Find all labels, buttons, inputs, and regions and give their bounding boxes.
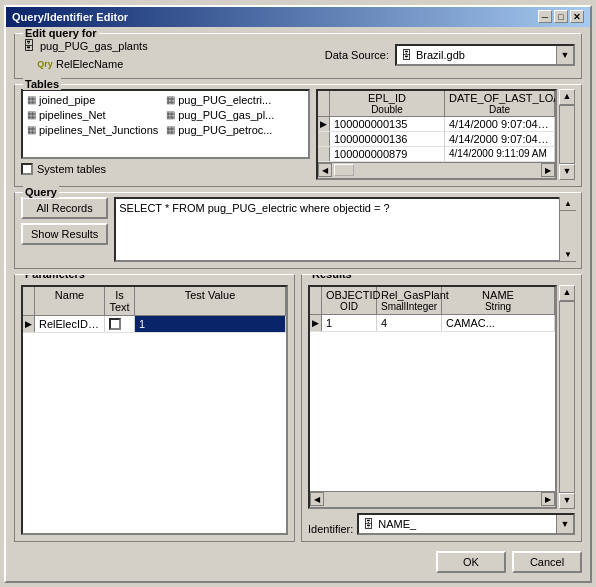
query-group: Query All Records Show Results SELECT * … <box>14 192 582 269</box>
results-hscroll-left[interactable]: ◀ <box>310 492 324 506</box>
table-cell: 4/14/2000 9:07:04 AM <box>445 132 555 146</box>
bottom-panels: Parameters Name IsText Test Value ▶ RelE… <box>14 274 582 542</box>
vscroll-up-btn[interactable]: ▲ <box>559 89 575 105</box>
table-cell: 100000000136 <box>330 132 445 146</box>
list-item[interactable]: ▦ pug_PUG_petroc... <box>164 123 276 137</box>
list-item[interactable]: ▦ pug_PUG_electri... <box>164 93 276 107</box>
results-grid-header: OBJECTID OID Rel_GasPlant SmallInteger N… <box>310 287 555 315</box>
child-tree-item: Qry RelElecName <box>37 56 148 72</box>
query-icon: Qry <box>37 56 53 72</box>
parameters-grid: Name IsText Test Value ▶ RelElecID ▼ 1 <box>21 285 288 535</box>
table-cell: 100000000879 <box>330 147 445 161</box>
col-date-header: DATE_OF_LAST_LOAD Date <box>445 91 555 116</box>
edit-query-row: 🗄 pug_PUG_gas_plants Qry RelElecName Dat… <box>21 38 575 72</box>
parameters-label: Parameters <box>23 274 87 280</box>
query-vscrollbar: ▲ ▼ <box>559 197 575 262</box>
vscroll-down-btn[interactable]: ▼ <box>559 164 575 180</box>
row-indicator: ▶ <box>318 117 330 131</box>
table-cell: 100000000135 <box>330 117 445 131</box>
identifier-row: Identifier: 🗄 NAME_ ▼ <box>308 513 575 535</box>
results-col2-header: Rel_GasPlant SmallInteger <box>377 287 442 314</box>
vscroll-track <box>559 105 575 164</box>
tables-grid-bottom-scroll: ◀ ▶ <box>318 162 555 178</box>
results-col1-header: OBJECTID OID <box>322 287 377 314</box>
table-row[interactable]: ▶ 100000000135 4/14/2000 9:07:04 AM <box>318 117 555 132</box>
edit-query-label: Edit query for <box>23 27 99 39</box>
title-bar-buttons: ─ □ ✕ <box>538 10 584 23</box>
minimize-button[interactable]: ─ <box>538 10 552 23</box>
row-indicator: ▶ <box>23 316 35 332</box>
table-row[interactable]: ▶ 1 4 CAMAC... <box>310 315 555 332</box>
table-row[interactable]: 100000000136 4/14/2000 9:07:04 AM <box>318 132 555 147</box>
tables-list[interactable]: ▦ joined_pipe ▦ pipelines_Net ▦ pipeline… <box>21 89 310 159</box>
close-button[interactable]: ✕ <box>570 10 584 23</box>
parent-tree-item: 🗄 pug_PUG_gas_plants <box>21 38 148 54</box>
results-vscroll-up[interactable]: ▲ <box>559 285 575 301</box>
tables-data-grid-area: EPL_ID Double DATE_OF_LAST_LOAD Date ▶ 1… <box>316 89 575 180</box>
table-icon: ▦ <box>166 94 175 105</box>
tables-section: ▦ joined_pipe ▦ pipelines_Net ▦ pipeline… <box>21 89 575 180</box>
h-scrollbar[interactable] <box>332 163 541 177</box>
child-item-label: RelElecName <box>56 58 123 70</box>
qs-down-btn[interactable]: ▼ <box>560 248 576 262</box>
header-spacer <box>310 287 322 314</box>
header-spacer <box>318 91 330 116</box>
title-bar: Query/Identifier Editor ─ □ ✕ <box>6 7 590 27</box>
datasource-label: Data Source: <box>325 49 389 61</box>
list-item[interactable]: ▦ joined_pipe <box>25 93 160 107</box>
identifier-combo[interactable]: 🗄 NAME_ ▼ <box>357 513 575 535</box>
list-item[interactable]: ▦ pipelines_Net <box>25 108 160 122</box>
row-indicator <box>318 132 330 146</box>
cancel-button[interactable]: Cancel <box>512 551 582 573</box>
results-vscroll-track <box>559 301 575 493</box>
query-label: Query <box>23 186 59 198</box>
system-tables-checkbox[interactable] <box>21 163 33 175</box>
list-item[interactable]: ▦ pug_PUG_gas_pl... <box>164 108 276 122</box>
tables-grid-header: EPL_ID Double DATE_OF_LAST_LOAD Date <box>318 91 555 117</box>
parent-item-label: pug_PUG_gas_plants <box>40 40 148 52</box>
table-cell <box>105 316 135 332</box>
col-epl-id-header: EPL_ID Double <box>330 91 445 116</box>
all-records-button[interactable]: All Records <box>21 197 108 219</box>
show-results-button[interactable]: Show Results <box>21 223 108 245</box>
list-item[interactable]: ▦ pipelines_Net_Junctions <box>25 123 160 137</box>
hscroll-right-btn[interactable]: ▶ <box>541 163 555 177</box>
param-name-col-header: Name <box>35 287 105 315</box>
datasource-dropdown-btn[interactable]: ▼ <box>556 46 573 64</box>
tables-group: Tables ▦ joined_pipe ▦ pipelines_Net <box>14 84 582 187</box>
query-tree: 🗄 pug_PUG_gas_plants Qry RelElecName <box>21 38 148 72</box>
table-row[interactable]: ▶ RelElecID ▼ 1 <box>23 316 286 333</box>
identifier-value: NAME_ <box>378 518 416 530</box>
query-text-container: SELECT * FROM pug_PUG_electric where obj… <box>114 197 575 262</box>
table-row[interactable]: 100000000879 4/14/2000 9:11:09 AM <box>318 147 555 162</box>
qs-up-btn[interactable]: ▲ <box>560 197 576 211</box>
hscroll-left-btn[interactable]: ◀ <box>318 163 332 177</box>
table-col-2: ▦ pug_PUG_electri... ▦ pug_PUG_gas_pl...… <box>164 93 276 155</box>
query-textarea[interactable]: SELECT * FROM pug_PUG_electric where obj… <box>114 197 575 262</box>
table-cell: 4/14/2000 9:11:09 AM <box>445 147 555 161</box>
parameters-group: Parameters Name IsText Test Value ▶ RelE… <box>14 274 295 542</box>
testval-cell[interactable]: 1 <box>135 316 286 332</box>
table-icon: ▦ <box>27 124 36 135</box>
dropdown-arrow[interactable]: ▼ <box>93 319 103 330</box>
row-indicator <box>318 147 330 161</box>
datasource-combo[interactable]: 🗄 Brazil.gdb ▼ <box>395 44 575 66</box>
db-icon: 🗄 <box>21 38 37 54</box>
identifier-dropdown-btn[interactable]: ▼ <box>556 515 573 533</box>
ok-button[interactable]: OK <box>436 551 506 573</box>
datasource-value: Brazil.gdb <box>416 49 465 61</box>
results-vscroll-down[interactable]: ▼ <box>559 493 575 509</box>
datasource-combo-value: 🗄 Brazil.gdb <box>397 49 556 61</box>
query-inner: All Records Show Results SELECT * FROM p… <box>21 197 575 262</box>
istext-checkbox[interactable] <box>109 318 121 330</box>
table-cell: CAMAC... <box>442 315 555 331</box>
results-hscroll-right[interactable]: ▶ <box>541 492 555 506</box>
query-sql-text: SELECT * FROM pug_PUG_electric where obj… <box>119 202 389 214</box>
maximize-button[interactable]: □ <box>554 10 568 23</box>
results-label: Results <box>310 274 354 280</box>
results-hscroll-track[interactable] <box>324 492 541 506</box>
qs-track <box>560 211 575 248</box>
table-icon: ▦ <box>27 109 36 120</box>
table-icon: ▦ <box>166 109 175 120</box>
edit-query-group: Edit query for 🗄 pug_PUG_gas_plants Qry … <box>14 33 582 79</box>
